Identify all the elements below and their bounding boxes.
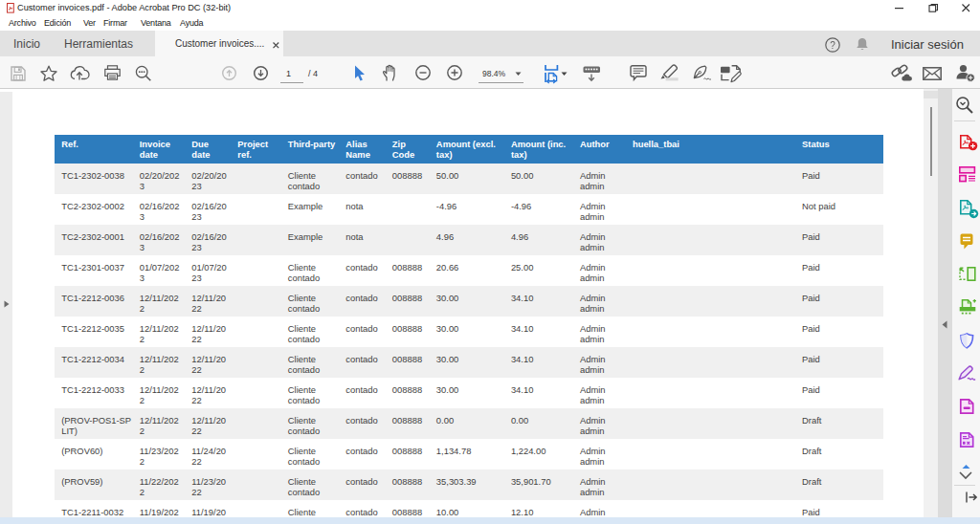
svg-text:?: ? bbox=[830, 40, 835, 51]
